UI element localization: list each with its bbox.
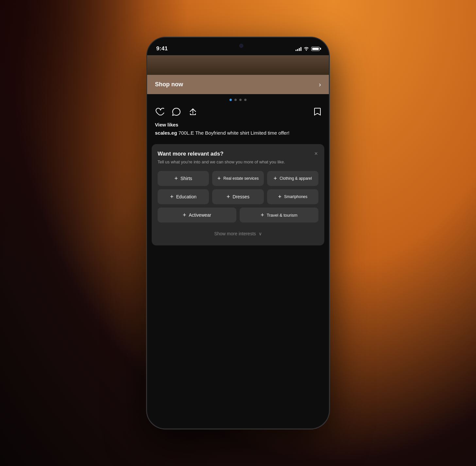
comment-button[interactable] bbox=[172, 108, 181, 117]
interest-label-real-estate: Real estate services bbox=[223, 176, 259, 181]
signal-bar-2 bbox=[297, 49, 298, 51]
phone-frame: 9:41 bbox=[146, 37, 330, 429]
save-button[interactable] bbox=[314, 108, 321, 117]
post-info: View likes scales.eg 700L.E The Boyfrien… bbox=[147, 121, 329, 141]
post-image bbox=[147, 55, 329, 75]
ads-card-header: Want more relevant ads? × bbox=[158, 151, 318, 157]
action-buttons bbox=[147, 104, 329, 121]
share-button[interactable] bbox=[189, 108, 197, 117]
dynamic-island bbox=[218, 40, 258, 51]
front-camera bbox=[239, 44, 243, 48]
volume-down-button[interactable] bbox=[146, 127, 147, 147]
interest-label-smartphones: Smartphones bbox=[284, 194, 307, 199]
plus-icon: + bbox=[170, 194, 174, 200]
action-buttons-left bbox=[155, 108, 197, 117]
interest-chip-smartphones[interactable]: + Smartphones bbox=[267, 189, 318, 204]
interest-label-travel: Travel & tourism bbox=[267, 213, 298, 218]
status-time: 9:41 bbox=[156, 45, 168, 52]
status-icons bbox=[296, 46, 320, 52]
signal-bar-3 bbox=[299, 48, 300, 51]
interests-row-2: + Education + Dresses + Smartphones bbox=[158, 189, 318, 204]
shop-now-banner[interactable]: Shop now › bbox=[147, 75, 329, 94]
interest-chip-dresses[interactable]: + Dresses bbox=[212, 189, 264, 204]
signal-bar-1 bbox=[296, 50, 297, 51]
ads-card: Want more relevant ads? × Tell us what y… bbox=[152, 144, 324, 245]
mute-button[interactable] bbox=[146, 83, 147, 95]
phone-screen: 9:41 bbox=[147, 38, 329, 428]
interest-chip-activewear[interactable]: + Activewear bbox=[158, 208, 236, 223]
plus-icon: + bbox=[278, 194, 281, 200]
status-bar: 9:41 bbox=[147, 38, 329, 55]
interest-chip-travel[interactable]: + Travel & tourism bbox=[240, 208, 318, 223]
volume-up-button[interactable] bbox=[146, 103, 147, 123]
dot-3 bbox=[239, 99, 242, 101]
post-username[interactable]: scales.eg bbox=[155, 130, 177, 136]
interests-row-1: + Shirts + Real estate services + Clothi… bbox=[158, 171, 318, 186]
show-more-text: Show more interests bbox=[214, 231, 256, 236]
interest-chip-education[interactable]: + Education bbox=[158, 189, 209, 204]
show-more-interests[interactable]: Show more interests ∨ bbox=[158, 228, 318, 240]
like-button[interactable] bbox=[155, 108, 164, 117]
plus-icon: + bbox=[175, 175, 178, 181]
post-caption-text: 700L.E The Boyfriend white shirt Limited… bbox=[177, 130, 290, 136]
power-button[interactable] bbox=[329, 103, 330, 129]
interest-label-dresses: Dresses bbox=[233, 194, 249, 199]
interest-label-activewear: Activewear bbox=[189, 212, 211, 218]
shop-now-chevron: › bbox=[319, 81, 321, 88]
phone-wrapper: 9:41 bbox=[146, 37, 330, 429]
dot-2 bbox=[234, 99, 237, 101]
shop-now-label: Shop now bbox=[155, 81, 183, 88]
signal-bars bbox=[296, 46, 301, 51]
interest-label-clothing: Clothing & apparel bbox=[280, 176, 312, 181]
interests-row-3: + Activewear + Travel & tourism bbox=[158, 208, 318, 223]
view-likes[interactable]: View likes bbox=[155, 122, 321, 127]
plus-icon: + bbox=[183, 212, 186, 218]
dot-4 bbox=[244, 99, 246, 101]
ads-title: Want more relevant ads? bbox=[158, 151, 224, 157]
plus-icon: + bbox=[217, 175, 221, 181]
battery-fill bbox=[312, 48, 319, 50]
pagination-dots bbox=[147, 94, 329, 104]
plus-icon: + bbox=[227, 194, 230, 200]
interest-chip-shirts[interactable]: + Shirts bbox=[158, 171, 209, 186]
battery-icon bbox=[311, 47, 320, 51]
plus-icon: + bbox=[274, 175, 277, 181]
content-area: Shop now › bbox=[147, 55, 329, 428]
close-ads-button[interactable]: × bbox=[314, 151, 318, 157]
ads-subtitle: Tell us what you're into and we can show… bbox=[158, 159, 318, 165]
plus-icon: + bbox=[261, 212, 264, 218]
signal-bar-4 bbox=[300, 47, 301, 51]
show-more-chevron-icon: ∨ bbox=[259, 231, 262, 236]
post-caption: scales.eg 700L.E The Boyfriend white shi… bbox=[155, 129, 321, 136]
interest-chip-clothing[interactable]: + Clothing & apparel bbox=[267, 171, 318, 186]
wifi-icon bbox=[303, 46, 309, 52]
interest-label-shirts: Shirts bbox=[180, 176, 192, 181]
interest-chip-real-estate[interactable]: + Real estate services bbox=[212, 171, 264, 186]
interest-label-education: Education bbox=[176, 194, 196, 199]
dot-1 bbox=[230, 99, 232, 101]
